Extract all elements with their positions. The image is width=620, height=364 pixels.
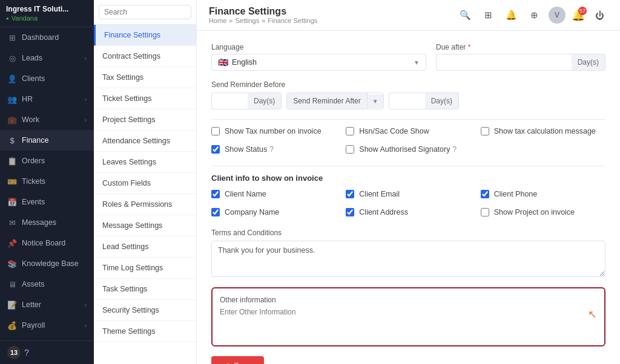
finance-icon: $ [7, 135, 17, 145]
sidebar-item-finance[interactable]: $ Finance [0, 130, 94, 151]
sidebar-item-tickets[interactable]: 🎫 Tickets [0, 171, 94, 192]
sidebar-item-events[interactable]: 📅 Events [0, 192, 94, 212]
checkbox-show-authorised: Show Authorised Signatory ? [346, 145, 470, 154]
help-icon[interactable]: ? [24, 348, 29, 357]
sidebar-label-clients: Clients [22, 74, 45, 83]
breadcrumb-settings[interactable]: Settings [235, 17, 259, 24]
send-reminder-after-btn[interactable]: Send Reminder After ▼ [286, 93, 383, 109]
middle-nav-contract-settings[interactable]: Contract Settings [94, 46, 196, 67]
plus-icon[interactable]: ⊕ [526, 7, 542, 24]
sidebar-item-clients[interactable]: 👤 Clients [0, 68, 94, 89]
show-project-label: Show Project on invoice [494, 208, 575, 216]
middle-nav-message-settings[interactable]: Message Settings [94, 215, 196, 236]
sidebar-label-dashboard: Dashboard [22, 33, 59, 42]
show-project-checkbox[interactable] [481, 208, 489, 216]
brand-name: Ingress IT Soluti... [6, 5, 88, 13]
reminder-before-input-group: 0 Day(s) [211, 93, 282, 109]
checkbox-hsn-sac: Hsn/Sac Code Show [346, 127, 470, 135]
sidebar-user: Vandana [6, 15, 88, 22]
sidebar-item-letter[interactable]: 📝 Letter › [0, 294, 94, 315]
avatar[interactable]: V [549, 7, 566, 24]
due-after-input-group: 15 Day(s) [436, 54, 605, 71]
client-name-checkbox[interactable] [211, 190, 220, 198]
sidebar-item-payroll[interactable]: 💰 Payroll › [0, 315, 94, 336]
terms-textarea[interactable]: Thank you for your business. [211, 241, 605, 277]
show-authorised-help-icon[interactable]: ? [452, 145, 457, 154]
sidebar-item-orders[interactable]: 📋 Orders [0, 151, 94, 171]
dropdown-arrow[interactable]: ▼ [414, 59, 420, 66]
clients-icon: 👤 [7, 74, 17, 83]
company-name-label: Company Name [225, 208, 279, 216]
sidebar-nav: ⊞ Dashboard ◎ Leads › 👤 Clients 👥 HR › [0, 27, 94, 340]
show-status-label: Show Status ? [225, 145, 274, 154]
middle-nav-lead-settings[interactable]: Lead Settings [94, 236, 196, 258]
divider-1 [211, 119, 605, 120]
middle-nav-roles-permissions[interactable]: Roles & Permissions [94, 194, 196, 215]
middle-nav-task-settings[interactable]: Task Settings [94, 279, 196, 300]
search-box [94, 0, 196, 25]
middle-nav-leaves-settings[interactable]: Leaves Settings [94, 152, 196, 173]
sidebar-item-work[interactable]: 💼 Work › [0, 109, 94, 130]
sidebar-item-messages[interactable]: ✉ Messages [0, 212, 94, 233]
sidebar-item-knowledge-base[interactable]: 📚 Knowledge Base [0, 253, 94, 274]
save-button[interactable]: ✓ Save [211, 356, 264, 364]
client-phone-checkbox[interactable] [481, 190, 489, 198]
sidebar-item-hr[interactable]: 👥 HR › [0, 89, 94, 109]
other-info-textarea[interactable] [220, 308, 585, 338]
middle-nav-time-log-settings[interactable]: Time Log Settings [94, 258, 196, 279]
due-after-input[interactable]: 15 [436, 54, 572, 71]
main-header: Finance Settings Home » Settings » Finan… [197, 0, 620, 31]
sidebar-item-assets[interactable]: 🖥 Assets [0, 274, 94, 294]
sidebar-item-leads[interactable]: ◎ Leads › [0, 48, 94, 68]
middle-nav-project-settings[interactable]: Project Settings [94, 109, 196, 131]
sidebar-item-purchase[interactable]: 🛒 Purchase › [0, 336, 94, 340]
reminder-after-unit: Day(s) [425, 93, 459, 109]
client-name-label: Client Name [225, 190, 266, 198]
middle-nav-security-settings[interactable]: Security Settings [94, 300, 196, 321]
other-info-box: Other information ↖ [211, 287, 605, 346]
middle-nav-theme-settings[interactable]: Theme Settings [94, 321, 196, 342]
show-tax-number-checkbox[interactable] [211, 127, 220, 135]
language-group: Language 🇬🇧 English ▼ [211, 43, 426, 71]
sidebar-label-events: Events [22, 198, 45, 206]
sidebar-label-payroll: Payroll [22, 321, 45, 330]
sidebar-item-dashboard[interactable]: ⊞ Dashboard [0, 27, 94, 48]
cb-client-address-row: Client Address [346, 208, 470, 216]
bell-icon[interactable]: 🔔 [503, 7, 519, 24]
company-name-checkbox[interactable] [211, 208, 220, 216]
tickets-icon: 🎫 [7, 177, 17, 186]
client-email-checkbox[interactable] [346, 190, 354, 198]
reminder-after-input-group: 0 Day(s) [389, 93, 459, 109]
search-input[interactable] [99, 5, 191, 19]
show-status-help-icon[interactable]: ? [269, 145, 274, 154]
checkbox-show-status: Show Status ? [211, 145, 336, 154]
breadcrumb-home[interactable]: Home [209, 17, 226, 24]
show-tax-calc-checkbox[interactable] [481, 127, 489, 135]
chevron-payroll: › [85, 322, 87, 329]
reminder-after-input[interactable]: 0 [389, 93, 425, 109]
hsn-sac-checkbox[interactable] [346, 127, 354, 135]
sidebar: Ingress IT Soluti... Vandana ⊞ Dashboard… [0, 0, 94, 364]
due-after-label: Due after * [436, 43, 605, 51]
middle-nav-tax-settings[interactable]: Tax Settings [94, 67, 196, 88]
payroll-icon: 💰 [7, 320, 17, 330]
sidebar-item-notice-board[interactable]: 📌 Notice Board [0, 233, 94, 253]
middle-nav-custom-fields[interactable]: Custom Fields [94, 173, 196, 194]
client-address-checkbox[interactable] [346, 208, 354, 216]
show-tax-calc-label: Show tax calculation message [494, 127, 596, 135]
middle-nav-finance-settings[interactable]: Finance Settings [94, 25, 196, 46]
show-status-checkbox[interactable] [211, 145, 220, 154]
search-icon[interactable]: 🔍 [457, 7, 473, 24]
middle-nav-ticket-settings[interactable]: Ticket Settings [94, 88, 196, 109]
grid-icon[interactable]: ⊞ [480, 7, 496, 24]
power-icon[interactable]: ⏻ [591, 7, 608, 24]
sidebar-label-work: Work [22, 115, 39, 124]
notification-badge[interactable]: 🔔 57 [572, 8, 585, 22]
reminder-before-input[interactable]: 0 [211, 93, 248, 109]
middle-nav-attendance-settings[interactable]: Attendance Settings [94, 131, 196, 152]
sidebar-label-finance: Finance [22, 136, 48, 145]
cb-client-email-row: Client Email [346, 190, 470, 198]
page-title: Finance Settings [209, 6, 317, 17]
show-authorised-checkbox[interactable] [346, 145, 354, 154]
sidebar-label-orders: Orders [22, 157, 45, 165]
